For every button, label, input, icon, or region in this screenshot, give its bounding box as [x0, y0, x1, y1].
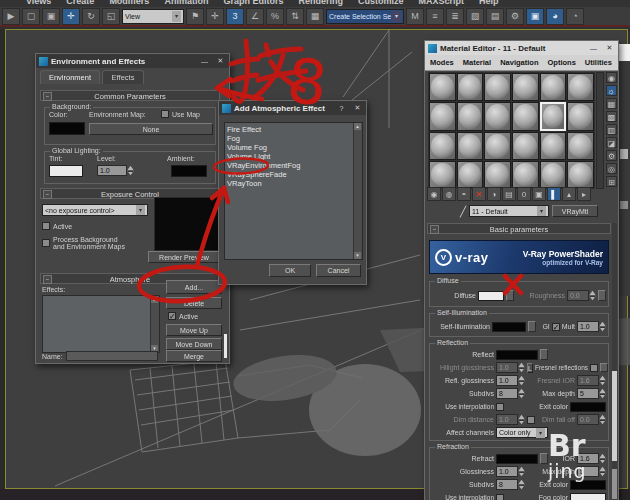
render-production-icon[interactable]: ◕ [546, 8, 564, 25]
select-region-icon[interactable]: ▢ [22, 8, 40, 25]
assign-to-selection-icon[interactable]: ◓ [457, 187, 471, 201]
sample-scrollbar[interactable] [596, 72, 604, 189]
close-icon[interactable]: ✕ [604, 44, 615, 52]
use-interpolation-checkbox[interactable] [496, 403, 504, 411]
material-sample-slot-6[interactable] [567, 73, 594, 101]
angle-snap-icon[interactable]: ∠ [246, 8, 264, 25]
material-sample-slot-9[interactable] [484, 102, 511, 132]
make-unique-icon[interactable]: ◑ [487, 187, 501, 201]
snap-toggle-icon[interactable]: 3 [226, 8, 244, 25]
material-sample-slot-24[interactable] [567, 161, 594, 189]
material-map-navigator-icon[interactable]: ⊞ [606, 176, 617, 187]
exit-color-swatch[interactable] [570, 402, 606, 412]
show-map-viewport-icon[interactable]: ▣ [532, 187, 546, 201]
close-icon[interactable]: ✕ [352, 104, 363, 112]
refraction-exit-color-swatch[interactable] [570, 480, 606, 490]
material-sample-slot-7[interactable] [429, 102, 456, 132]
max-depth-spinner[interactable]: 5 [577, 388, 606, 399]
schematic-view-icon[interactable]: ▤ [486, 8, 504, 25]
layer-manager-icon[interactable]: ≣ [446, 8, 464, 25]
align-icon[interactable]: ≡ [426, 8, 444, 25]
rendered-frame-icon[interactable]: ▣ [526, 8, 544, 25]
material-sample-slot-3[interactable] [484, 73, 511, 101]
effect-item-vrayenvironmentfog[interactable]: VRayEnvironmentFog [225, 161, 353, 170]
matmenu-options[interactable]: Options [547, 58, 575, 67]
select-object-icon[interactable]: ▶ [2, 8, 20, 25]
select-window-icon[interactable]: ▣ [42, 8, 60, 25]
fresnel-lock-button[interactable] [600, 363, 608, 372]
rotate-icon[interactable]: ↻ [82, 8, 100, 25]
material-sample-slot-11[interactable] [540, 102, 567, 132]
material-name-dropdown[interactable]: 11 - Default ▾ [469, 205, 549, 217]
render-iterative-icon[interactable]: ◔ [566, 8, 584, 25]
self-illumination-map-button[interactable] [528, 321, 536, 332]
fresnel-ior-spinner[interactable]: 1.6 [577, 375, 606, 386]
select-by-material-icon[interactable]: ◎ [606, 163, 617, 174]
background-checker-icon[interactable]: ▦ [606, 98, 617, 109]
get-material-icon[interactable]: ◉ [427, 187, 441, 201]
env-dialog-titlebar[interactable]: Environment and Effects — ✕ [36, 54, 229, 68]
dim-distance-spinner[interactable]: 1.0 [496, 414, 525, 425]
gi-checkbox[interactable]: ✓ [552, 323, 560, 331]
selection-set-dropdown[interactable]: Create Selection Se ▾ [326, 9, 404, 24]
reflect-color-swatch[interactable] [496, 350, 538, 360]
go-forward-icon[interactable]: ▸ [577, 187, 591, 201]
percent-snap-icon[interactable]: % [266, 8, 284, 25]
menu-rendering[interactable]: Rendering [298, 0, 343, 6]
refl-glossiness-spinner[interactable]: 1.0 [496, 375, 525, 386]
scale-icon[interactable]: ◱ [102, 8, 120, 25]
background-color-swatch[interactable] [49, 122, 85, 135]
reset-map-icon[interactable]: ✕ [472, 187, 486, 201]
scroll-up-icon[interactable]: ▴ [354, 123, 361, 130]
affect-channels-dropdown[interactable]: Color only ▾ [496, 427, 548, 438]
fog-color-swatch[interactable] [570, 493, 606, 500]
ambient-color-swatch[interactable] [171, 165, 207, 177]
dim-falloff-spinner[interactable]: 0.0 [577, 414, 606, 425]
material-sample-slot-19[interactable] [429, 161, 456, 189]
matmenu-modes[interactable]: Modes [430, 58, 454, 67]
pick-material-eyedropper-icon[interactable]: ╱ [460, 206, 466, 217]
dim-distance-checkbox[interactable] [527, 416, 535, 424]
material-editor-titlebar[interactable]: Material Editor - 11 - Default — ✕ [425, 41, 618, 55]
rollout-basic-parameters[interactable]: − Basic parameters [427, 223, 611, 234]
material-sample-slot-13[interactable] [429, 132, 456, 160]
close-icon[interactable]: ✕ [215, 57, 226, 65]
move-down-button[interactable]: Move Down [166, 338, 222, 350]
material-sample-slot-10[interactable] [512, 102, 539, 132]
material-sample-slot-2[interactable] [457, 73, 484, 101]
menu-customize[interactable]: Customize [358, 0, 404, 6]
matmenu-utilities[interactable]: Utilities [585, 58, 612, 67]
mult-spinner[interactable]: 1.0 [577, 321, 606, 332]
ior-spinner[interactable]: 1.6 [577, 453, 606, 464]
effect-item-volume-fog[interactable]: Volume Fog [225, 143, 353, 152]
material-sample-slot-17[interactable] [540, 132, 567, 160]
lock-hilight-button[interactable]: L [527, 363, 533, 373]
material-sample-slot-8[interactable] [457, 102, 484, 132]
refract-color-swatch[interactable] [496, 454, 538, 464]
help-icon[interactable]: ? [336, 105, 347, 112]
exposure-active-checkbox[interactable] [42, 222, 50, 230]
minimize-icon[interactable]: — [588, 45, 599, 52]
go-to-parent-icon[interactable]: ▴ [562, 187, 576, 201]
material-sample-slot-12[interactable] [567, 102, 594, 132]
atmospheric-effect-list[interactable]: Fire EffectFogVolume FogVolume LightVRay… [224, 122, 363, 260]
material-sample-slot-5[interactable] [540, 73, 567, 101]
dialog-scrollbar-thumb[interactable] [224, 334, 227, 358]
scroll-down-icon[interactable]: ▾ [354, 252, 361, 259]
menu-animation[interactable]: Animation [164, 0, 208, 6]
add-effect-button[interactable]: Add... [166, 280, 222, 294]
menu-help[interactable]: Help [479, 0, 499, 6]
material-sample-slot-18[interactable] [567, 132, 594, 160]
fresnel-reflections-checkbox[interactable] [590, 364, 598, 372]
environment-map-button[interactable]: None [89, 123, 213, 135]
put-to-scene-icon[interactable]: ◍ [442, 187, 456, 201]
exposure-control-dropdown[interactable]: <no exposure control> ▾ [42, 204, 148, 216]
material-sample-slot-14[interactable] [457, 132, 484, 160]
diffuse-map-button[interactable] [506, 290, 514, 301]
menu-modifiers[interactable]: Modifiers [109, 0, 149, 6]
effect-item-fire-effect[interactable]: Fire Effect [225, 125, 353, 134]
tab-effects[interactable]: Effects [102, 70, 144, 84]
effect-item-volume-light[interactable]: Volume Light [225, 152, 353, 161]
tint-color-swatch[interactable] [49, 165, 83, 177]
refract-map-button[interactable] [540, 453, 548, 464]
